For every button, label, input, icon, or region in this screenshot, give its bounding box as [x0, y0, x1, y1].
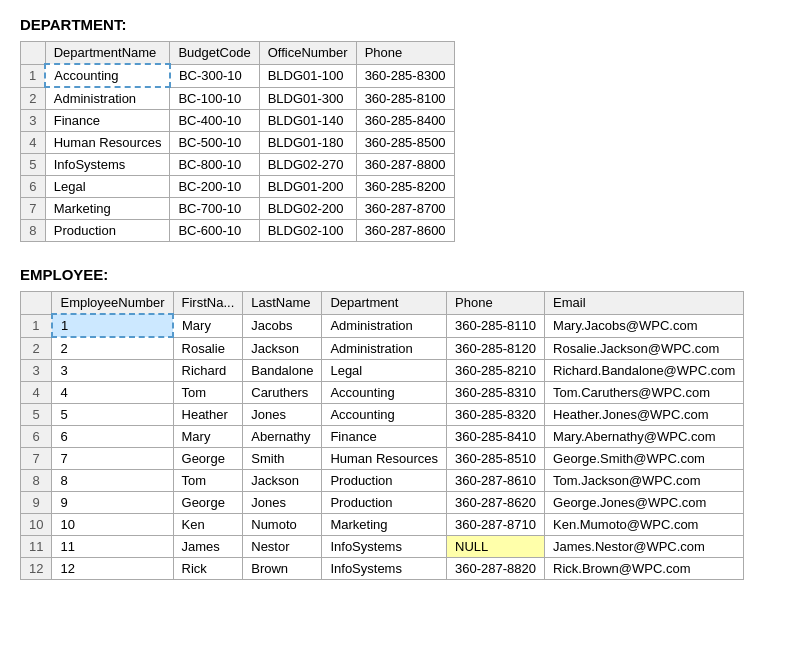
- table-row[interactable]: 5InfoSystemsBC-800-10BLDG02-270360-287-8…: [21, 154, 455, 176]
- table-row[interactable]: 6LegalBC-200-10BLDG01-200360-285-8200: [21, 176, 455, 198]
- emp-email-cell: Tom.Jackson@WPC.com: [545, 470, 744, 492]
- emp-number-cell[interactable]: 11: [52, 536, 173, 558]
- row-number: 3: [21, 110, 46, 132]
- dept-budget-cell: BC-600-10: [170, 220, 259, 242]
- emp-number-cell[interactable]: 3: [52, 360, 173, 382]
- emp-dept-cell: InfoSystems: [322, 558, 447, 580]
- table-row[interactable]: 33RichardBandaloneLegal360-285-8210Richa…: [21, 360, 744, 382]
- table-row[interactable]: 1AccountingBC-300-10BLDG01-100360-285-83…: [21, 64, 455, 87]
- dept-office-cell: BLDG01-180: [259, 132, 356, 154]
- dept-phone-cell: 360-285-8400: [356, 110, 454, 132]
- emp-lastname-cell: Nestor: [243, 536, 322, 558]
- emp-firstname-cell: Rosalie: [173, 337, 243, 360]
- emp-phone-cell: 360-285-8410: [447, 426, 545, 448]
- dept-office-cell: BLDG02-270: [259, 154, 356, 176]
- dept-office-cell: BLDG01-140: [259, 110, 356, 132]
- emp-phone-cell: NULL: [447, 536, 545, 558]
- emp-firstname-cell: Mary: [173, 426, 243, 448]
- dept-office-cell: BLDG01-200: [259, 176, 356, 198]
- dept-budget-cell: BC-400-10: [170, 110, 259, 132]
- emp-email-cell: George.Smith@WPC.com: [545, 448, 744, 470]
- emp-email-cell: Rosalie.Jackson@WPC.com: [545, 337, 744, 360]
- emp-lastname-cell: Jackson: [243, 337, 322, 360]
- employee-table: EmployeeNumber FirstNa... LastName Depar…: [20, 291, 744, 580]
- dept-budget-cell: BC-300-10: [170, 64, 259, 87]
- emp-lastname-cell: Bandalone: [243, 360, 322, 382]
- emp-dept-cell: Production: [322, 470, 447, 492]
- dept-phone-cell: 360-285-8300: [356, 64, 454, 87]
- emp-firstname-cell: Tom: [173, 470, 243, 492]
- emp-lastname-cell: Brown: [243, 558, 322, 580]
- row-number: 1: [21, 314, 52, 337]
- table-row[interactable]: 88TomJacksonProduction360-287-8610Tom.Ja…: [21, 470, 744, 492]
- emp-col-num: [21, 292, 52, 315]
- employee-title: EMPLOYEE:: [20, 266, 773, 283]
- dept-name-cell[interactable]: InfoSystems: [45, 154, 170, 176]
- employee-section: EMPLOYEE: EmployeeNumber FirstNa... Last…: [20, 266, 773, 580]
- emp-lastname-cell: Jackson: [243, 470, 322, 492]
- emp-email-cell: James.Nestor@WPC.com: [545, 536, 744, 558]
- table-row[interactable]: 1010KenNumotoMarketing360-287-8710Ken.Mu…: [21, 514, 744, 536]
- emp-lastname-cell: Jones: [243, 492, 322, 514]
- emp-number-cell[interactable]: 10: [52, 514, 173, 536]
- row-number: 10: [21, 514, 52, 536]
- emp-dept-cell: Administration: [322, 314, 447, 337]
- table-row[interactable]: 1212RickBrownInfoSystems360-287-8820Rick…: [21, 558, 744, 580]
- emp-dept-cell: InfoSystems: [322, 536, 447, 558]
- emp-phone-cell: 360-285-8110: [447, 314, 545, 337]
- table-row[interactable]: 8ProductionBC-600-10BLDG02-100360-287-86…: [21, 220, 455, 242]
- table-row[interactable]: 99GeorgeJonesProduction360-287-8620Georg…: [21, 492, 744, 514]
- department-table: DepartmentName BudgetCode OfficeNumber P…: [20, 41, 455, 242]
- table-row[interactable]: 44TomCaruthersAccounting360-285-8310Tom.…: [21, 382, 744, 404]
- dept-name-cell[interactable]: Legal: [45, 176, 170, 198]
- dept-name-cell[interactable]: Accounting: [45, 64, 170, 87]
- row-number: 2: [21, 87, 46, 110]
- table-row[interactable]: 55HeatherJonesAccounting360-285-8320Heat…: [21, 404, 744, 426]
- row-number: 11: [21, 536, 52, 558]
- dept-name-cell[interactable]: Administration: [45, 87, 170, 110]
- emp-number-cell[interactable]: 8: [52, 470, 173, 492]
- emp-number-cell[interactable]: 6: [52, 426, 173, 448]
- table-row[interactable]: 7MarketingBC-700-10BLDG02-200360-287-870…: [21, 198, 455, 220]
- dept-phone-cell: 360-285-8200: [356, 176, 454, 198]
- table-row[interactable]: 11MaryJacobsAdministration360-285-8110Ma…: [21, 314, 744, 337]
- table-row[interactable]: 4Human ResourcesBC-500-10BLDG01-180360-2…: [21, 132, 455, 154]
- department-section: DEPARTMENT: DepartmentName BudgetCode Of…: [20, 16, 773, 242]
- row-number: 4: [21, 132, 46, 154]
- table-row[interactable]: 66MaryAbernathyFinance360-285-8410Mary.A…: [21, 426, 744, 448]
- table-row[interactable]: 77GeorgeSmithHuman Resources360-285-8510…: [21, 448, 744, 470]
- dept-name-cell[interactable]: Production: [45, 220, 170, 242]
- emp-col-dept: Department: [322, 292, 447, 315]
- dept-budget-cell: BC-800-10: [170, 154, 259, 176]
- dept-name-cell[interactable]: Marketing: [45, 198, 170, 220]
- emp-phone-cell: 360-285-8320: [447, 404, 545, 426]
- emp-firstname-cell: George: [173, 492, 243, 514]
- emp-number-cell[interactable]: 4: [52, 382, 173, 404]
- table-row[interactable]: 2AdministrationBC-100-10BLDG01-300360-28…: [21, 87, 455, 110]
- emp-number-cell[interactable]: 1: [52, 314, 173, 337]
- emp-number-cell[interactable]: 9: [52, 492, 173, 514]
- emp-number-cell[interactable]: 5: [52, 404, 173, 426]
- emp-email-cell: George.Jones@WPC.com: [545, 492, 744, 514]
- dept-col-office: OfficeNumber: [259, 42, 356, 65]
- dept-name-cell[interactable]: Human Resources: [45, 132, 170, 154]
- dept-office-cell: BLDG02-100: [259, 220, 356, 242]
- row-number: 3: [21, 360, 52, 382]
- emp-dept-cell: Production: [322, 492, 447, 514]
- emp-col-empnum: EmployeeNumber: [52, 292, 173, 315]
- emp-dept-cell: Finance: [322, 426, 447, 448]
- emp-email-cell: Mary.Abernathy@WPC.com: [545, 426, 744, 448]
- emp-number-cell[interactable]: 2: [52, 337, 173, 360]
- dept-name-cell[interactable]: Finance: [45, 110, 170, 132]
- row-number: 8: [21, 220, 46, 242]
- table-row[interactable]: 1111JamesNestorInfoSystemsNULLJames.Nest…: [21, 536, 744, 558]
- emp-dept-cell: Accounting: [322, 382, 447, 404]
- emp-number-cell[interactable]: 7: [52, 448, 173, 470]
- table-row[interactable]: 3FinanceBC-400-10BLDG01-140360-285-8400: [21, 110, 455, 132]
- table-row[interactable]: 22RosalieJacksonAdministration360-285-81…: [21, 337, 744, 360]
- emp-email-cell: Heather.Jones@WPC.com: [545, 404, 744, 426]
- dept-budget-cell: BC-100-10: [170, 87, 259, 110]
- emp-email-cell: Rick.Brown@WPC.com: [545, 558, 744, 580]
- dept-budget-cell: BC-700-10: [170, 198, 259, 220]
- emp-number-cell[interactable]: 12: [52, 558, 173, 580]
